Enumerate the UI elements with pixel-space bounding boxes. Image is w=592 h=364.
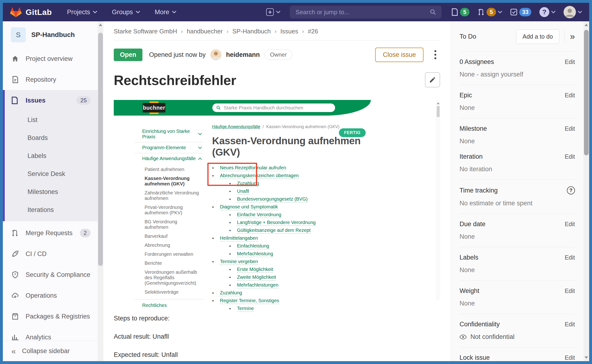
breadcrumb-group[interactable]: Starke Software GmbH — [114, 28, 177, 35]
scroll-down-arrow-icon[interactable] — [585, 357, 588, 359]
sidebar-active-section: Issues 25 List Boards Labels Service Des… — [3, 90, 98, 221]
scroll-up-arrow-icon[interactable] — [585, 24, 588, 26]
sidebar-item-analytics[interactable]: Analytics — [3, 327, 98, 341]
rocket-icon — [11, 250, 19, 258]
weight-title: Weight — [460, 287, 480, 295]
page-scrollbar-thumb[interactable] — [584, 30, 589, 155]
handbook-subnav-item: Selektivverträge — [145, 289, 201, 295]
breadcrumb-subgroup[interactable]: handbuecher — [187, 28, 223, 35]
sidebar-subitem-labels[interactable]: Labels — [5, 147, 98, 165]
sidebar-item-packages[interactable]: Packages & Registries — [3, 306, 98, 327]
add-todo-button[interactable]: Add a to do — [516, 29, 559, 44]
sidebar-subitem-milestones[interactable]: Milestones — [5, 183, 98, 201]
sidebar-subitem-list[interactable]: List — [5, 111, 98, 129]
project-header[interactable]: S SP-Handbuch — [3, 21, 98, 48]
confidentiality-value: Not confidential — [470, 333, 514, 341]
menu-groups-label: Groups — [112, 8, 133, 16]
lock-section: Lock issue Edit — [460, 347, 575, 361]
sidebar-scrollbar[interactable] — [98, 21, 103, 361]
collapse-sidebar-label: Collapse sidebar — [22, 347, 70, 355]
menu-more[interactable]: More — [155, 8, 177, 16]
todos-count-badge: 33 — [519, 8, 531, 16]
gitlab-logo-text[interactable]: GitLab — [26, 7, 52, 17]
milestone-edit-link[interactable]: Edit — [565, 125, 575, 132]
handbook-nav-einrichtung: Einrichtung von Starke Praxis — [135, 126, 203, 142]
handbook-breadcrumb-current: Kassen-Verordnung aufnehmen (GKV) — [266, 124, 339, 129]
epic-edit-link[interactable]: Edit — [565, 92, 575, 99]
menu-projects-label: Projects — [67, 8, 90, 16]
sidebar-item-issues[interactable]: Issues 25 — [5, 90, 98, 111]
sidebar-subitem-service-desk[interactable]: Service Desk — [5, 165, 98, 183]
confidentiality-edit-link[interactable]: Edit — [565, 321, 575, 328]
breadcrumb-separator — [274, 28, 276, 35]
user-menu-button[interactable] — [564, 6, 582, 18]
menu-projects[interactable]: Projects — [67, 8, 97, 16]
assignees-edit-link[interactable]: Edit — [565, 58, 575, 65]
due-date-edit-link[interactable]: Edit — [565, 221, 575, 228]
menu-groups[interactable]: Groups — [112, 8, 140, 16]
handbook-link: Mehrfachleistung — [237, 251, 273, 257]
chevron-down-icon — [172, 11, 176, 13]
search-input[interactable] — [295, 8, 426, 16]
sidebar-subitem-iterations[interactable]: Iterations — [5, 201, 98, 219]
breadcrumb-project[interactable]: SP-Handbuch — [232, 28, 271, 35]
help-circle-icon[interactable]: ? — [567, 186, 575, 195]
lock-edit-link[interactable]: Edit — [565, 354, 575, 361]
sidebar-scrollbar-thumb[interactable] — [98, 33, 103, 266]
handbook-link-row: Mehrfachleistungen — [212, 281, 378, 289]
handbook-link-row: Zweite Möglichkeit — [212, 273, 378, 281]
iteration-edit-link[interactable]: Edit — [565, 153, 575, 160]
close-issue-button[interactable]: Close issue — [375, 48, 423, 62]
todos-button[interactable]: 33 — [510, 8, 531, 16]
issues-count-pill: 25 — [77, 96, 91, 105]
author-avatar[interactable] — [210, 49, 221, 60]
subitem-label: Labels — [27, 152, 46, 160]
labels-edit-link[interactable]: Edit — [565, 254, 575, 261]
handbook-link-row: Termine — [212, 305, 378, 313]
handbook-link-row: Bundesversorgungsgesetz (BVG) — [212, 195, 378, 203]
breadcrumb-issues[interactable]: Issues — [280, 28, 298, 35]
sidebar-item-security[interactable]: Security & Compliance — [3, 264, 98, 285]
handbook-link: Heilmittelangaben — [220, 235, 258, 241]
handbook-link-row: Termine vergeben — [212, 258, 378, 266]
sidebar-subitem-boards[interactable]: Boards — [5, 129, 98, 147]
sidebar-item-merge-requests[interactable]: Merge Requests 2 — [3, 223, 98, 243]
sidebar-item-project-overview[interactable]: Project overview — [3, 48, 98, 69]
more-actions-icon[interactable] — [431, 50, 440, 59]
sidebar-item-repository[interactable]: Repository — [3, 69, 98, 90]
new-menu-button[interactable]: + — [266, 8, 280, 16]
author-name[interactable]: heidemann — [226, 51, 260, 58]
browser-frame: GitLab Projects Groups More + — [0, 0, 592, 364]
subitem-label: Service Desk — [27, 170, 65, 178]
collapse-sidebar-button[interactable]: Collapse sidebar — [3, 341, 98, 361]
navbar-icons: 5 5 33 ? — [451, 6, 582, 18]
handbook-subnav-item-active: Kassen-Verordnung aufnehmen (GKV) — [145, 176, 201, 187]
sidebar-item-ci-cd[interactable]: CI / CD — [3, 243, 98, 264]
handbook-link: Mehrfachleistungen — [237, 282, 278, 288]
my-issues-button[interactable]: 5 — [451, 8, 469, 16]
handbook-scrollbar — [436, 100, 440, 299]
chevron-down-icon — [93, 11, 97, 13]
collapse-panel-icon[interactable] — [570, 32, 575, 42]
assignees-value[interactable]: None - assign yourself — [460, 71, 575, 78]
help-menu-button[interactable]: ? — [539, 7, 555, 17]
weight-edit-link[interactable]: Edit — [565, 287, 575, 294]
handbook-link: Langfristige + Besondere Verordnung — [237, 220, 316, 226]
milestone-section: Milestone Edit None — [460, 118, 575, 146]
sidebar-item-operations[interactable]: Operations — [3, 285, 98, 306]
scroll-up-arrow-icon[interactable] — [99, 24, 102, 26]
chevron-down-icon — [498, 11, 502, 13]
subitem-label: List — [27, 116, 37, 124]
breadcrumb-separator — [181, 28, 183, 35]
todo-row: To Do Add a to do — [460, 29, 575, 52]
user-avatar — [564, 6, 576, 18]
page-scrollbar[interactable] — [584, 21, 589, 361]
search-icon — [216, 105, 221, 110]
gitlab-tanuki-icon[interactable] — [10, 6, 22, 18]
project-sidebar: S SP-Handbuch Project overview Repositor… — [3, 21, 98, 361]
handbook-breadcrumb-parent: Häufige Anwendungsfälle — [212, 124, 260, 129]
handbook-link-row: Diagnose und Symptomatik — [212, 203, 378, 211]
weight-value: None — [460, 300, 575, 307]
edit-title-button[interactable] — [425, 72, 440, 87]
merge-requests-button[interactable]: 5 — [478, 8, 502, 16]
